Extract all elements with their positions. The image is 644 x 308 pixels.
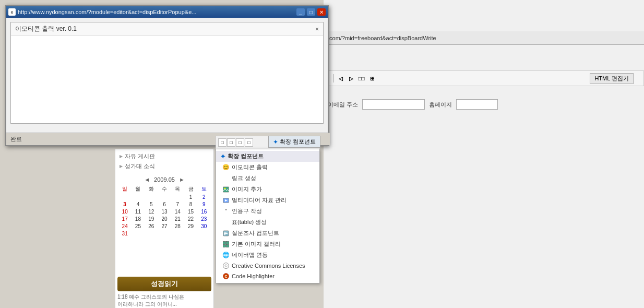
- dropdown-item-image[interactable]: 이미지 추가: [216, 184, 319, 195]
- toolbar-btn-2[interactable]: ▷: [347, 74, 356, 83]
- popup-inner-close[interactable]: ×: [315, 26, 319, 33]
- component-expand-btn[interactable]: ✦ 확장 컴포넌트: [268, 136, 320, 148]
- scripture-btn[interactable]: 성경읽기: [117, 277, 211, 291]
- cal-cell-9[interactable]: 9: [198, 201, 210, 208]
- email-input[interactable]: [362, 99, 425, 110]
- popup-max-btn[interactable]: □: [307, 8, 315, 16]
- cal-cell-21[interactable]: 21: [171, 216, 184, 222]
- dropdown-item-cc-label: Creative Commons Licenses: [232, 263, 305, 269]
- dropdown-item-table[interactable]: 표(table) 생성: [216, 217, 319, 228]
- cal-cell-27[interactable]: 27: [158, 223, 171, 230]
- cal-cell-31[interactable]: 31: [118, 230, 131, 237]
- image-icon: [222, 186, 230, 193]
- sidebar-item-choir[interactable]: 성가대 소식: [120, 161, 209, 171]
- cal-cell-16[interactable]: 16: [198, 208, 210, 215]
- et-btn-1[interactable]: □: [218, 138, 226, 147]
- navermap-icon: 🌐: [222, 252, 230, 259]
- cal-header-thu: 목: [171, 185, 184, 193]
- dropdown-item-survey[interactable]: 설문조사 컴포넌트: [216, 228, 319, 239]
- cal-cell-15[interactable]: 15: [184, 208, 197, 215]
- sidebar-item-freeboard[interactable]: 자유 게시판: [120, 151, 209, 161]
- dropdown-item-table-label: 표(table) 생성: [232, 218, 267, 226]
- popup-content-area: 이모티콘 출력 ver. 0.1 ×: [10, 22, 324, 124]
- cal-cell-23[interactable]: 23: [198, 216, 210, 222]
- popup-min-btn[interactable]: _: [296, 8, 305, 16]
- cal-cell: [158, 230, 171, 237]
- cal-cell-10[interactable]: 10: [118, 208, 131, 215]
- cal-cell-13[interactable]: 13: [158, 208, 171, 215]
- dropdown-item-navermap[interactable]: 🌐 네이버맵 연동: [216, 250, 319, 260]
- dropdown-header: ✦ 확장 컴포넌트: [216, 151, 319, 162]
- dropdown-header-label: 확장 컴포넌트: [228, 152, 264, 160]
- popup-window: e http://www.nydongsan.com/?module=edito…: [5, 5, 329, 146]
- cal-cell-17[interactable]: 17: [118, 216, 131, 222]
- calendar-prev-btn[interactable]: ◄: [144, 176, 150, 183]
- cal-header-tue: 화: [145, 185, 158, 193]
- dropdown-item-quote-label: 인용구 작성: [232, 207, 262, 215]
- dropdown-item-link-label: 링크 생성: [232, 174, 256, 182]
- dropdown-item-cc[interactable]: © Creative Commons Licenses: [216, 260, 319, 271]
- cal-cell-7[interactable]: 7: [171, 201, 184, 208]
- popup-titlebar-url: http://www.nydongsan.com/?module=editor&…: [18, 9, 294, 15]
- background-page: [324, 0, 644, 308]
- html-edit-button[interactable]: HTML 편집기: [590, 73, 634, 84]
- popup-inner-titlebar: 이모티콘 출력 ver. 0.1 ×: [11, 22, 323, 36]
- dropdown-item-quote[interactable]: " 인용구 작성: [216, 206, 319, 217]
- dropdown-item-emoticon[interactable]: 😊 이모티콘 출력: [216, 162, 319, 173]
- toolbar-btn-3[interactable]: □□: [357, 74, 366, 83]
- cal-cell-18[interactable]: 18: [132, 216, 144, 222]
- cal-cell-30[interactable]: 30: [198, 223, 210, 230]
- gallery-icon: [222, 241, 230, 248]
- expand-icon: ✦: [273, 138, 278, 146]
- cal-cell-28[interactable]: 28: [171, 223, 184, 230]
- cal-cell-11[interactable]: 11: [132, 208, 144, 215]
- cal-cell-8[interactable]: 8: [184, 201, 197, 208]
- cal-cell-14[interactable]: 14: [171, 208, 184, 215]
- cal-cell-20[interactable]: 20: [158, 216, 171, 222]
- cal-cell-19[interactable]: 19: [145, 216, 158, 222]
- cal-cell-1[interactable]: 1: [184, 194, 197, 200]
- cal-cell-4[interactable]: 4: [132, 201, 144, 208]
- cal-cell-29[interactable]: 29: [184, 223, 197, 230]
- cal-cell-5[interactable]: 5: [145, 201, 158, 208]
- cal-cell-25[interactable]: 25: [132, 223, 144, 230]
- et-btn-2[interactable]: □: [227, 138, 235, 147]
- calendar: ◄ 2009.05 ► 일 월 화 수 목 금 토 1 2 3 4 5 6: [115, 173, 213, 240]
- svg-rect-6: [224, 233, 228, 234]
- dropdown-item-media-label: 멀티미디어 자료 관리: [232, 196, 287, 204]
- dropdown-item-image-label: 이미지 추가: [232, 185, 262, 193]
- svg-text:C: C: [224, 275, 227, 278]
- calendar-header: ◄ 2009.05 ►: [118, 176, 210, 183]
- cal-header-mon: 월: [132, 185, 144, 193]
- homepage-input[interactable]: [456, 99, 498, 110]
- cal-cell-2[interactable]: 2: [198, 194, 210, 200]
- popup-title-icon: e: [8, 8, 16, 16]
- survey-icon: [222, 230, 230, 237]
- toolbar-btn-4[interactable]: ⊞: [367, 74, 377, 83]
- cal-cell-22[interactable]: 22: [184, 216, 197, 222]
- popup-close-btn[interactable]: ✕: [317, 8, 326, 16]
- dropdown-item-media[interactable]: 멀티미디어 자료 관리: [216, 195, 319, 206]
- status-done-label: 완료: [10, 135, 22, 143]
- emoticon-icon: 😊: [222, 164, 230, 171]
- dropdown-item-emoticon-label: 이모티콘 출력: [232, 163, 268, 171]
- calendar-next-btn[interactable]: ►: [179, 176, 185, 183]
- cal-cell: [198, 230, 210, 237]
- cal-cell-24[interactable]: 24: [118, 223, 131, 230]
- cal-cell-6[interactable]: 6: [158, 201, 171, 208]
- dropdown-item-gallery[interactable]: 기본 이미지 갤러리: [216, 239, 319, 250]
- cal-cell-3[interactable]: 3: [118, 201, 131, 208]
- cal-cell-26[interactable]: 26: [145, 223, 158, 230]
- code-highlighter-icon: C: [222, 273, 230, 280]
- dropdown-item-survey-label: 설문조사 컴포넌트: [232, 229, 279, 237]
- et-btn-3[interactable]: □: [236, 138, 244, 147]
- cal-header-fri: 금: [184, 185, 197, 193]
- dropdown-item-code-highlighter[interactable]: C Code Highlighter: [216, 271, 319, 281]
- cal-cell: [184, 230, 197, 237]
- cal-cell-12[interactable]: 12: [145, 208, 158, 215]
- dropdown-item-link[interactable]: 링크 생성: [216, 173, 319, 184]
- toolbar-btn-1[interactable]: ◁: [336, 74, 345, 83]
- et-btn-4[interactable]: □: [245, 138, 253, 147]
- bg-url-text: .com/?mid=freeboard&act=dispBoardWrite: [328, 35, 436, 41]
- cc-icon: ©: [222, 262, 230, 269]
